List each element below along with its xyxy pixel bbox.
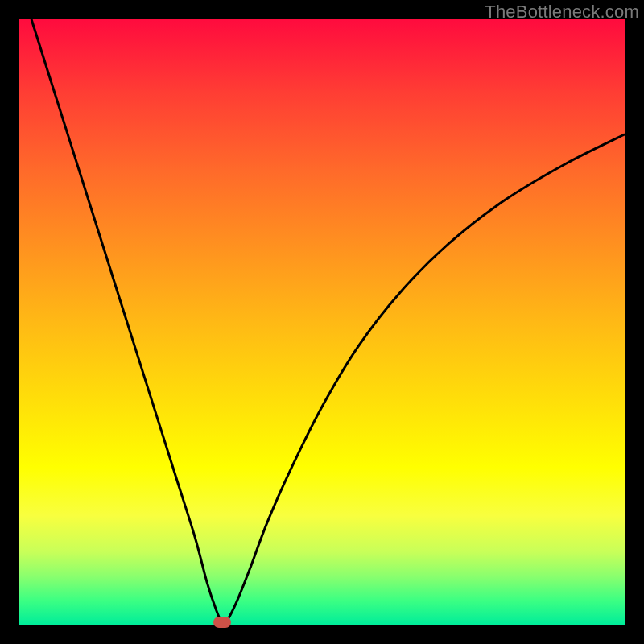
chart-container: TheBottleneck.com — [0, 0, 644, 644]
plot-background-gradient — [19, 19, 625, 625]
watermark-text: TheBottleneck.com — [485, 2, 639, 23]
minimum-marker — [213, 617, 231, 628]
